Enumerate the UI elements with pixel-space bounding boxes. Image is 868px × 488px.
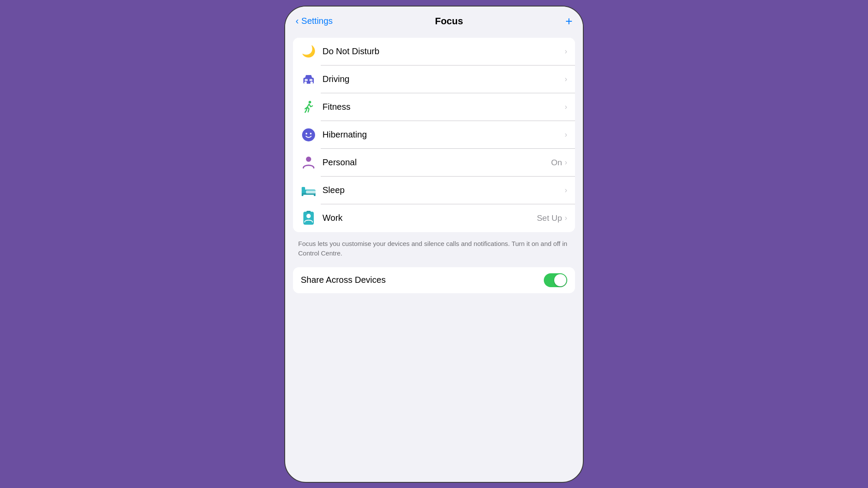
- chevron-icon-work: ›: [565, 213, 567, 223]
- svg-point-5: [309, 101, 311, 103]
- svg-point-1: [304, 82, 307, 84]
- focus-item-driving[interactable]: Driving ›: [293, 66, 575, 93]
- svg-rect-12: [302, 187, 305, 190]
- phone-frame: ‹ Settings Focus + 🌙 Do Not Disturb ›: [284, 6, 584, 483]
- back-label: Settings: [301, 16, 332, 26]
- add-button[interactable]: +: [566, 14, 572, 28]
- nav-bar: ‹ Settings Focus +: [285, 7, 583, 33]
- svg-rect-15: [306, 190, 316, 193]
- focus-item-do-not-disturb[interactable]: 🌙 Do Not Disturb ›: [293, 38, 575, 66]
- focus-item-fitness[interactable]: Fitness ›: [293, 93, 575, 121]
- badge-icon: [301, 210, 316, 226]
- chevron-icon-dnd: ›: [565, 47, 567, 56]
- chevron-icon-hibernating: ›: [565, 130, 567, 139]
- driving-label: Driving: [322, 74, 565, 84]
- work-label: Work: [322, 213, 537, 223]
- share-devices-label: Share Across Devices: [301, 275, 544, 285]
- content-area: 🌙 Do Not Disturb › Driving ›: [285, 33, 583, 482]
- page-title: Focus: [435, 16, 463, 27]
- smile-icon: [301, 127, 316, 143]
- focus-list: 🌙 Do Not Disturb › Driving ›: [293, 38, 575, 232]
- focus-description: Focus lets you customise your devices an…: [285, 235, 583, 265]
- focus-item-work[interactable]: Work Set Up ›: [293, 204, 575, 232]
- toggle-knob: [554, 274, 566, 286]
- hibernating-label: Hibernating: [322, 130, 565, 140]
- focus-item-sleep[interactable]: Sleep ›: [293, 177, 575, 204]
- chevron-icon-driving: ›: [565, 75, 567, 84]
- focus-item-hibernating[interactable]: Hibernating ›: [293, 121, 575, 149]
- svg-point-8: [310, 133, 312, 134]
- back-button[interactable]: ‹ Settings: [296, 16, 333, 27]
- person-icon: [301, 155, 316, 170]
- chevron-icon-sleep: ›: [565, 186, 567, 195]
- svg-point-17: [306, 214, 311, 218]
- back-chevron-icon: ‹: [296, 16, 299, 27]
- fitness-label: Fitness: [322, 102, 565, 112]
- svg-point-2: [310, 82, 313, 84]
- svg-rect-13: [302, 194, 303, 196]
- focus-item-personal[interactable]: Personal On ›: [293, 149, 575, 177]
- chevron-icon-personal: ›: [565, 158, 567, 167]
- svg-rect-18: [306, 211, 311, 213]
- svg-point-9: [306, 157, 311, 162]
- svg-point-7: [306, 133, 307, 134]
- share-devices-section: Share Across Devices: [293, 267, 575, 293]
- svg-rect-3: [305, 79, 308, 81]
- share-devices-toggle[interactable]: [544, 273, 567, 287]
- sleep-label: Sleep: [322, 185, 565, 195]
- moon-icon: 🌙: [301, 44, 316, 59]
- bed-icon: [301, 183, 316, 198]
- personal-status: On: [551, 158, 562, 167]
- share-devices-item: Share Across Devices: [293, 267, 575, 293]
- svg-point-6: [302, 128, 315, 141]
- work-status: Set Up: [537, 213, 562, 223]
- svg-rect-4: [309, 79, 312, 81]
- runner-icon: [301, 99, 316, 115]
- car-icon: [301, 72, 316, 87]
- personal-label: Personal: [322, 157, 551, 167]
- do-not-disturb-label: Do Not Disturb: [322, 46, 565, 56]
- svg-rect-14: [314, 194, 316, 196]
- chevron-icon-fitness: ›: [565, 102, 567, 111]
